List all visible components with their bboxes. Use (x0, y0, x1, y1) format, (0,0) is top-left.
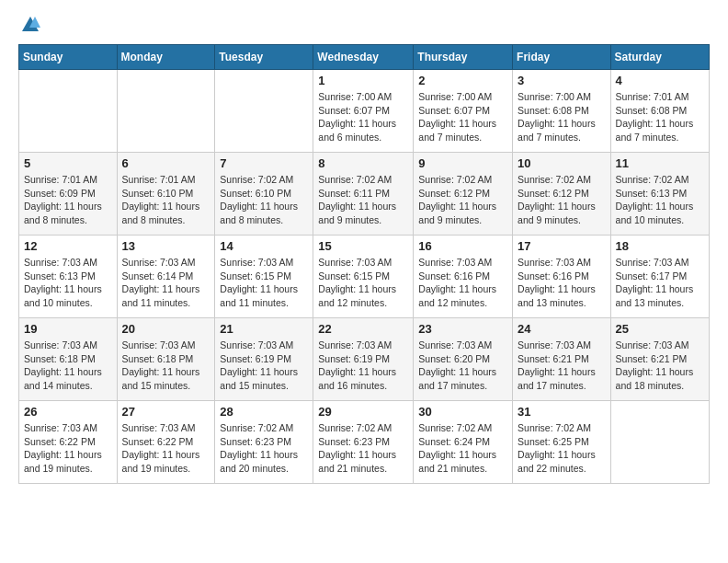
day-number: 28 (220, 405, 308, 419)
logo-icon (20, 15, 40, 35)
day-number: 23 (418, 322, 507, 336)
day-info: Sunrise: 7:03 AM Sunset: 6:18 PM Dayligh… (24, 339, 112, 393)
day-number: 26 (24, 405, 112, 419)
day-number: 9 (418, 156, 507, 170)
day-info: Sunrise: 7:01 AM Sunset: 6:08 PM Dayligh… (616, 90, 704, 144)
day-number: 15 (318, 239, 408, 253)
calendar-cell: 17Sunrise: 7:03 AM Sunset: 6:16 PM Dayli… (513, 236, 611, 318)
page-header (18, 15, 710, 35)
day-number: 4 (616, 74, 704, 87)
day-info: Sunrise: 7:02 AM Sunset: 6:25 PM Dayligh… (518, 421, 606, 476)
day-number: 27 (122, 405, 210, 419)
day-info: Sunrise: 7:03 AM Sunset: 6:16 PM Dayligh… (418, 256, 507, 310)
day-info: Sunrise: 7:03 AM Sunset: 6:22 PM Dayligh… (24, 421, 112, 476)
calendar-week-row: 19Sunrise: 7:03 AM Sunset: 6:18 PM Dayli… (19, 318, 710, 401)
day-number: 20 (122, 322, 210, 336)
day-info: Sunrise: 7:02 AM Sunset: 6:23 PM Dayligh… (220, 421, 308, 476)
calendar-cell: 23Sunrise: 7:03 AM Sunset: 6:20 PM Dayli… (414, 318, 513, 401)
day-number: 10 (518, 156, 606, 170)
day-info: Sunrise: 7:03 AM Sunset: 6:15 PM Dayligh… (220, 256, 308, 310)
calendar-cell: 25Sunrise: 7:03 AM Sunset: 6:21 PM Dayli… (610, 318, 709, 401)
day-number: 11 (616, 156, 704, 170)
weekday-header: Sunday (19, 45, 118, 70)
day-info: Sunrise: 7:03 AM Sunset: 6:22 PM Dayligh… (122, 421, 210, 476)
calendar-cell: 3Sunrise: 7:00 AM Sunset: 6:08 PM Daylig… (513, 70, 611, 153)
day-number: 2 (418, 74, 507, 87)
calendar-cell (117, 70, 215, 153)
calendar-cell: 11Sunrise: 7:02 AM Sunset: 6:13 PM Dayli… (610, 153, 709, 236)
calendar-cell: 22Sunrise: 7:03 AM Sunset: 6:19 PM Dayli… (313, 318, 414, 401)
calendar-cell: 8Sunrise: 7:02 AM Sunset: 6:11 PM Daylig… (313, 153, 414, 236)
day-info: Sunrise: 7:03 AM Sunset: 6:18 PM Dayligh… (122, 339, 210, 393)
day-number: 13 (122, 239, 210, 253)
day-info: Sunrise: 7:02 AM Sunset: 6:10 PM Dayligh… (220, 173, 308, 227)
calendar-week-row: 5Sunrise: 7:01 AM Sunset: 6:09 PM Daylig… (19, 153, 710, 236)
day-info: Sunrise: 7:00 AM Sunset: 6:07 PM Dayligh… (318, 90, 408, 144)
calendar-cell: 20Sunrise: 7:03 AM Sunset: 6:18 PM Dayli… (117, 318, 215, 401)
calendar-cell: 19Sunrise: 7:03 AM Sunset: 6:18 PM Dayli… (19, 318, 118, 401)
day-info: Sunrise: 7:03 AM Sunset: 6:20 PM Dayligh… (418, 339, 507, 393)
calendar-cell: 30Sunrise: 7:02 AM Sunset: 6:24 PM Dayli… (414, 401, 513, 484)
day-info: Sunrise: 7:03 AM Sunset: 6:19 PM Dayligh… (220, 339, 308, 393)
calendar-cell: 21Sunrise: 7:03 AM Sunset: 6:19 PM Dayli… (215, 318, 313, 401)
day-number: 6 (122, 156, 210, 170)
calendar-cell: 13Sunrise: 7:03 AM Sunset: 6:14 PM Dayli… (117, 236, 215, 318)
calendar-cell: 28Sunrise: 7:02 AM Sunset: 6:23 PM Dayli… (215, 401, 313, 484)
day-info: Sunrise: 7:00 AM Sunset: 6:08 PM Dayligh… (518, 90, 606, 144)
day-number: 12 (24, 239, 112, 253)
calendar-cell: 1Sunrise: 7:00 AM Sunset: 6:07 PM Daylig… (313, 70, 414, 153)
calendar-week-row: 1Sunrise: 7:00 AM Sunset: 6:07 PM Daylig… (19, 70, 710, 153)
day-info: Sunrise: 7:02 AM Sunset: 6:12 PM Dayligh… (418, 173, 507, 227)
weekday-header: Monday (117, 45, 215, 70)
day-info: Sunrise: 7:03 AM Sunset: 6:21 PM Dayligh… (616, 339, 704, 393)
day-info: Sunrise: 7:03 AM Sunset: 6:14 PM Dayligh… (122, 256, 210, 310)
calendar-week-row: 26Sunrise: 7:03 AM Sunset: 6:22 PM Dayli… (19, 401, 710, 484)
calendar-cell: 9Sunrise: 7:02 AM Sunset: 6:12 PM Daylig… (414, 153, 513, 236)
day-number: 18 (616, 239, 704, 253)
calendar-week-row: 12Sunrise: 7:03 AM Sunset: 6:13 PM Dayli… (19, 236, 710, 318)
day-info: Sunrise: 7:02 AM Sunset: 6:11 PM Dayligh… (318, 173, 408, 227)
logo (18, 15, 40, 35)
day-number: 25 (616, 322, 704, 336)
day-info: Sunrise: 7:03 AM Sunset: 6:16 PM Dayligh… (518, 256, 606, 310)
day-info: Sunrise: 7:00 AM Sunset: 6:07 PM Dayligh… (418, 90, 507, 144)
day-number: 29 (318, 405, 408, 419)
calendar-cell: 15Sunrise: 7:03 AM Sunset: 6:15 PM Dayli… (313, 236, 414, 318)
calendar-cell: 14Sunrise: 7:03 AM Sunset: 6:15 PM Dayli… (215, 236, 313, 318)
calendar-cell: 29Sunrise: 7:02 AM Sunset: 6:23 PM Dayli… (313, 401, 414, 484)
day-number: 19 (24, 322, 112, 336)
day-number: 17 (518, 239, 606, 253)
weekday-header: Saturday (610, 45, 709, 70)
day-number: 8 (318, 156, 408, 170)
calendar-cell: 7Sunrise: 7:02 AM Sunset: 6:10 PM Daylig… (215, 153, 313, 236)
day-info: Sunrise: 7:03 AM Sunset: 6:17 PM Dayligh… (616, 256, 704, 310)
day-number: 7 (220, 156, 308, 170)
calendar-header: SundayMondayTuesdayWednesdayThursdayFrid… (19, 45, 710, 70)
weekday-header: Thursday (414, 45, 513, 70)
weekday-header: Wednesday (313, 45, 414, 70)
calendar-cell: 31Sunrise: 7:02 AM Sunset: 6:25 PM Dayli… (513, 401, 611, 484)
weekday-header: Friday (513, 45, 611, 70)
day-info: Sunrise: 7:03 AM Sunset: 6:15 PM Dayligh… (318, 256, 408, 310)
day-info: Sunrise: 7:01 AM Sunset: 6:10 PM Dayligh… (122, 173, 210, 227)
weekday-header: Tuesday (215, 45, 313, 70)
day-number: 22 (318, 322, 408, 336)
day-number: 30 (418, 405, 507, 419)
day-number: 21 (220, 322, 308, 336)
day-number: 16 (418, 239, 507, 253)
day-number: 1 (318, 74, 408, 87)
day-number: 31 (518, 405, 606, 419)
day-info: Sunrise: 7:03 AM Sunset: 6:13 PM Dayligh… (24, 256, 112, 310)
calendar-cell: 12Sunrise: 7:03 AM Sunset: 6:13 PM Dayli… (19, 236, 118, 318)
day-number: 24 (518, 322, 606, 336)
calendar-cell: 26Sunrise: 7:03 AM Sunset: 6:22 PM Dayli… (19, 401, 118, 484)
calendar-cell: 18Sunrise: 7:03 AM Sunset: 6:17 PM Dayli… (610, 236, 709, 318)
day-info: Sunrise: 7:02 AM Sunset: 6:24 PM Dayligh… (418, 421, 507, 476)
calendar-cell (19, 70, 118, 153)
calendar-cell: 10Sunrise: 7:02 AM Sunset: 6:12 PM Dayli… (513, 153, 611, 236)
day-info: Sunrise: 7:03 AM Sunset: 6:19 PM Dayligh… (318, 339, 408, 393)
calendar-cell: 24Sunrise: 7:03 AM Sunset: 6:21 PM Dayli… (513, 318, 611, 401)
calendar-cell: 16Sunrise: 7:03 AM Sunset: 6:16 PM Dayli… (414, 236, 513, 318)
day-number: 14 (220, 239, 308, 253)
calendar-cell (215, 70, 313, 153)
